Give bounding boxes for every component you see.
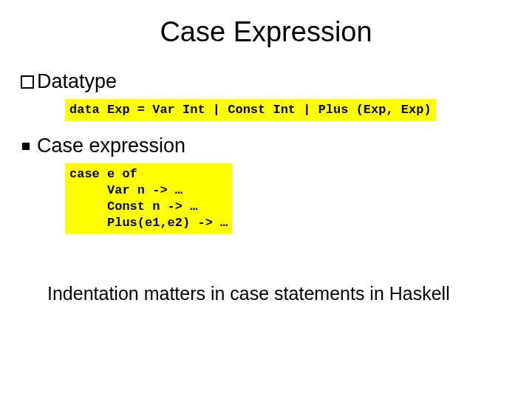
square-outline-icon [21,75,34,89]
code-caseblock: case e of Var n -> … Const n -> … Plus(e… [65,163,232,234]
page-title: Case Expression [0,16,532,48]
square-solid-icon [22,143,30,150]
bullet-caseexpr: Case expression [21,134,511,157]
bullet-datatype-label: Datatype [37,70,117,93]
content-area: Datatype data Exp = Var Int | Const Int … [0,70,532,304]
footer-note: Indentation matters in case statements i… [47,283,511,304]
bullet-datatype: Datatype [21,70,511,93]
code-datatype: data Exp = Var Int | Const Int | Plus (E… [65,99,436,121]
bullet-caseexpr-label: Case expression [37,134,185,157]
